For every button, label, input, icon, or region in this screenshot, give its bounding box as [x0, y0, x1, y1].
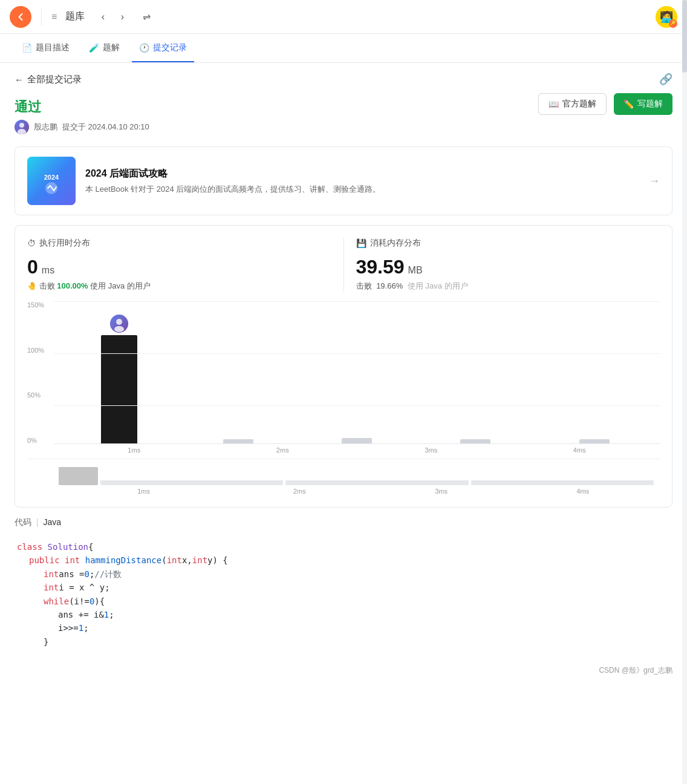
nav-arrows: ‹ ›: [94, 8, 131, 25]
chart-bar-group-4: [535, 301, 654, 444]
footer-note: CSDN @殷》grd_志鹏: [0, 656, 687, 681]
minimap-bar-light-1: [100, 480, 283, 485]
chart-bar-group-2: [298, 301, 416, 444]
book-title: 2024 后端面试攻略: [85, 168, 639, 180]
chart-bar-group-3: [416, 301, 535, 444]
solution-tab-icon: 🧪: [89, 43, 99, 53]
code-separator: |: [36, 517, 41, 527]
svg-point-7: [116, 319, 122, 325]
svg-point-8: [114, 326, 124, 332]
description-tab-icon: 📄: [22, 43, 32, 53]
time-value: 0: [27, 256, 38, 278]
mem-unit: MB: [408, 265, 423, 276]
nav-divider: [41, 8, 42, 25]
time-header-label: 执行用时分布: [39, 238, 90, 249]
literal-1: 1: [104, 608, 109, 621]
nav-title: 题库: [65, 10, 85, 23]
kw-class: class: [17, 540, 42, 554]
book-description: 本 LeetBook 针对于 2024 后端岗位的面试高频考点，提供练习、讲解、…: [85, 184, 639, 195]
write-solution-button[interactable]: ✏️ 写题解: [614, 93, 672, 115]
chart-x-label-3ms: 3ms: [357, 444, 506, 459]
book-card-arrow-icon: →: [649, 175, 660, 188]
next-problem-button[interactable]: ›: [114, 8, 131, 25]
svg-rect-3: [27, 157, 76, 205]
time-beat-pct: 100.00%: [57, 281, 88, 290]
share-link-icon[interactable]: 🔗: [659, 73, 672, 86]
stats-row: ⏱ 执行用时分布 0 ms 🤚 击败 100.00% 使用 Java 的用户: [27, 238, 660, 292]
book-cover-image: 2024: [27, 157, 76, 205]
time-beat-suffix: 使用 Java 的用户: [90, 281, 151, 290]
time-beat: 🤚 击败 100.00% 使用 Java 的用户: [27, 281, 331, 292]
code-line-2: public int hammingDistance ( int x, int …: [15, 554, 672, 567]
code-line-6: ans += i& 1 ;: [15, 608, 672, 621]
chart-y-label-100: 100%: [27, 347, 54, 354]
user-name: 殷志鹏: [34, 122, 57, 132]
user-avatar[interactable]: 🧑‍💻 🔑: [656, 6, 677, 28]
code-line-7: i>>= 1 ;: [15, 621, 672, 635]
kw-while: while: [44, 595, 69, 608]
tab-submissions[interactable]: 🕐 提交记录: [132, 34, 194, 62]
shuffle-button[interactable]: ⇌: [138, 8, 155, 25]
logo-icon[interactable]: [10, 6, 31, 28]
code-line-4: int i = x ^ y;: [15, 581, 672, 594]
time-stat-column: ⏱ 执行用时分布 0 ms 🤚 击败 100.00% 使用 Java 的用户: [27, 238, 331, 292]
page-content: ← 全部提交记录 🔗 通过 殷志鹏 提交于 2024.04.10 20:10: [0, 63, 687, 656]
chart-x-label-4ms: 4ms: [506, 444, 654, 459]
literal-0: 0: [84, 567, 89, 581]
back-row: ← 全部提交记录 🔗: [15, 63, 672, 93]
chart-user-avatar: [110, 315, 128, 333]
code-line-8: }: [15, 635, 672, 648]
chart-minimap: [27, 459, 660, 488]
tab-solution[interactable]: 🧪 题解: [82, 34, 127, 62]
tab-description[interactable]: 📄 题目描述: [15, 34, 77, 62]
code-line-5: while (i!= 0 ){: [15, 595, 672, 608]
mini-x-label-2ms: 2ms: [229, 488, 370, 495]
mini-x-label-3ms: 3ms: [370, 488, 512, 495]
memory-stat-column: 💾 消耗内存分布 39.59 MB 击败 19.66% 使用 Java 的用户: [356, 238, 660, 292]
prev-problem-button[interactable]: ‹: [94, 8, 111, 25]
comment-1: //计数: [94, 567, 122, 581]
mem-value-row: 39.59 MB: [356, 256, 660, 278]
code-label: 代码: [15, 517, 31, 527]
literal-0-while: 0: [90, 595, 94, 608]
time-icon: ⏱: [27, 238, 36, 248]
mem-beat-pct: 19.66%: [376, 281, 403, 290]
book-info: 2024 后端面试攻略 本 LeetBook 针对于 2024 后端岗位的面试高…: [85, 168, 639, 195]
type-int-ans: int: [44, 567, 59, 581]
chart-y-label-0: 0%: [27, 437, 54, 444]
mem-beat-suffix: 使用 Java 的用户: [408, 281, 468, 290]
back-label: 全部提交记录: [27, 74, 82, 85]
time-unit: ms: [42, 265, 54, 276]
time-stat-header: ⏱ 执行用时分布: [27, 238, 331, 249]
tab-solution-label: 题解: [103, 42, 120, 53]
back-button[interactable]: ← 全部提交记录: [15, 74, 82, 85]
chart-x-label-1ms: 1ms: [60, 444, 209, 459]
mem-beat-prefix: 击败: [356, 281, 372, 290]
tab-description-label: 题目描述: [36, 42, 70, 53]
mini-x-label-1ms: 1ms: [59, 488, 229, 495]
hand-icon: 🤚: [27, 281, 37, 290]
status-section: 通过 殷志鹏 提交于 2024.04.10 20:10: [15, 93, 149, 137]
menu-icon: ≡: [51, 11, 57, 22]
book-card[interactable]: 2024 2024 后端面试攻略 本 LeetBook 针对于 2024 后端岗…: [15, 146, 672, 215]
time-beat-prefix: 击败: [39, 281, 55, 290]
chart-area: 150% 100% 50% 0%: [27, 301, 660, 495]
scroll-track[interactable]: [682, 0, 687, 784]
code-line-3: int ans = 0 ; //计数: [15, 567, 672, 581]
minimap-bar-dark: [59, 467, 98, 485]
chart-bar-group-1: [178, 301, 297, 444]
mini-x-label-4ms: 4ms: [512, 488, 654, 495]
kw-public: public: [29, 554, 60, 567]
svg-point-1: [19, 123, 24, 128]
stat-divider: [344, 238, 344, 292]
method-name: hammingDistance: [85, 554, 161, 567]
user-avatar-small: [15, 120, 29, 134]
code-block: class Solution { public int hammingDista…: [15, 533, 672, 656]
chart-y-label-50: 50%: [27, 391, 54, 399]
scroll-thumb[interactable]: [682, 0, 687, 73]
chart-mini-x-labels: 1ms 2ms 3ms 4ms: [27, 488, 660, 495]
official-solution-button[interactable]: 📖 官方题解: [538, 93, 607, 115]
tabs-bar: 📄 题目描述 🧪 题解 🕐 提交记录: [0, 34, 687, 63]
mem-icon: 💾: [356, 238, 366, 248]
mem-stat-header: 💾 消耗内存分布: [356, 238, 660, 249]
